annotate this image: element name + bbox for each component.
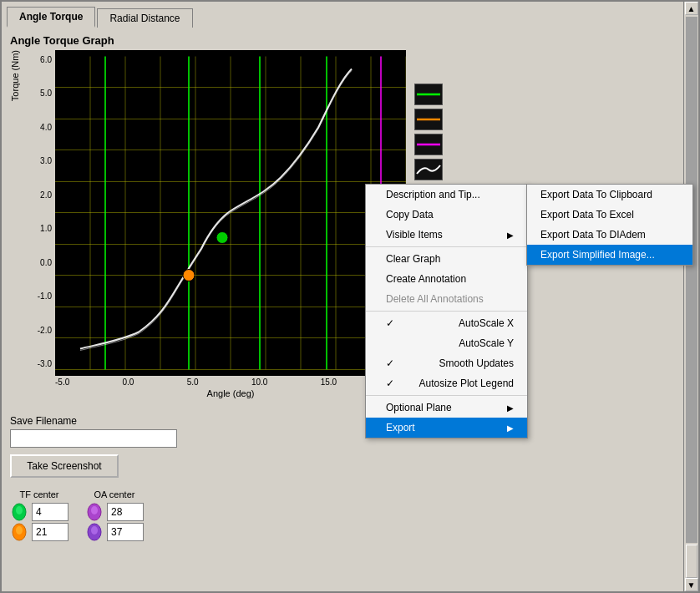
y-axis-ticks: 6.0 5.0 4.0 3.0 2.0 1.0 0.0 -1.0 -2.0 -3… [25,55,55,368]
tf-data-item-2 [10,523,68,541]
svg-point-34 [16,526,23,535]
oa-center-label: OA center [94,489,135,499]
tab-angle-torque[interactable]: Angle Torque [7,7,95,28]
scrollbar[interactable]: ▲ ▼ [683,2,698,591]
legend-magenta [414,134,443,155]
x-axis-ticks: -5.0 0.0 5.0 10.0 15.0 20.0 [55,376,406,387]
menu-item-clear-graph-label: Clear Graph [386,253,440,265]
legend-green [414,84,443,105]
menu-item-delete-annotations-label: Delete All Annotations [386,293,484,305]
graph-area[interactable] [55,50,406,376]
menu-item-autosize-legend[interactable]: ✓ Autosize Plot Legend [366,373,527,393]
menu-item-copy-data-label: Copy Data [386,209,434,220]
oa-val2-input[interactable] [107,523,144,541]
export-arrow-icon: ▶ [507,423,514,433]
tf-center-column: TF center [10,489,68,541]
svg-point-26 [183,270,195,281]
legend-white [414,159,443,180]
scroll-down-btn[interactable]: ▼ [685,578,698,591]
tab-radial-distance[interactable]: Radial Distance [97,8,192,28]
tf-data-item-1 [10,503,68,521]
submenu-item-clipboard-label: Export Data To Clipboard [540,189,652,200]
menu-item-create-annotation[interactable]: Create Annotation [366,269,527,289]
tf-val1-input[interactable] [32,503,68,521]
menu-item-optional-plane-label: Optional Plane [386,402,452,413]
submenu-item-excel-label: Export Data To Excel [540,209,634,220]
take-screenshot-button[interactable]: Take Screenshot [10,454,119,478]
save-filename-label: Save Filename [10,415,690,427]
menu-item-autoscale-x-label: AutoScale X [459,317,514,329]
menu-item-export[interactable]: Export ▶ [366,418,527,438]
purple-gem2-icon [85,523,104,541]
smooth-updates-check-icon: ✓ [386,357,398,369]
green-gem-icon [10,503,28,521]
orange-gem-icon [10,523,28,541]
menu-item-visible-items[interactable]: Visible Items ▶ [366,225,527,245]
menu-item-visible-items-label: Visible Items [386,229,443,241]
filename-input[interactable] [10,429,177,448]
tf-val2-input[interactable] [32,523,68,541]
main-window: Angle Torque Radial Distance Angle Torqu… [0,0,700,593]
graph-canvas [55,50,406,376]
submenu-item-diadem[interactable]: Export Data To DIAdem [527,225,692,245]
menu-item-copy-data[interactable]: Copy Data [366,205,527,225]
menu-item-smooth-updates-label: Smooth Updates [439,357,514,369]
menu-item-autoscale-x[interactable]: ✓ AutoScale X [366,313,527,333]
menu-item-delete-annotations: Delete All Annotations [366,289,527,309]
oa-val1-input[interactable] [107,503,144,521]
submenu-item-simplified-image-label: Export Simplified Image... [540,249,655,261]
menu-item-autosize-legend-label: Autosize Plot Legend [419,378,514,389]
graph-title: Angle Torque Graph [10,34,690,47]
tab-bar: Angle Torque Radial Distance [2,2,698,28]
menu-item-autoscale-y-label: AutoScale Y [459,337,514,349]
svg-point-38 [91,526,98,535]
x-axis-label: Angle (deg) [55,388,406,398]
autoscale-x-check-icon: ✓ [386,317,398,329]
legend-orange [414,109,443,130]
menu-item-description[interactable]: Description and Tip... [366,185,527,205]
data-row: TF center OA cen [10,489,690,541]
oa-center-column: OA center [85,489,144,541]
bottom-section: Save Filename Take Screenshot TF center [2,407,698,550]
tf-center-label: TF center [19,489,58,499]
menu-item-create-annotation-label: Create Annotation [386,273,466,285]
scroll-track [686,17,697,543]
submenu-item-clipboard[interactable]: Export Data To Clipboard [527,185,692,205]
graph-wrapper: 6.0 5.0 4.0 3.0 2.0 1.0 0.0 -1.0 -2.0 -3… [25,50,406,376]
submenu-item-simplified-image[interactable]: Export Simplified Image... [527,245,692,265]
context-menu: Description and Tip... Copy Data Visible… [365,184,528,438]
oa-data-item-2 [85,523,144,541]
menu-item-export-label: Export [386,422,415,433]
scroll-up-btn[interactable]: ▲ [685,2,698,15]
menu-item-smooth-updates[interactable]: ✓ Smooth Updates [366,353,527,373]
submenu-item-diadem-label: Export Data To DIAdem [540,229,646,241]
svg-point-27 [216,232,228,244]
svg-point-32 [16,506,23,514]
menu-item-optional-plane[interactable]: Optional Plane ▶ [366,398,527,418]
legend-icons [414,84,443,180]
submenu-item-excel[interactable]: Export Data To Excel [527,205,692,225]
menu-item-autoscale-y[interactable]: AutoScale Y [366,333,527,353]
autosize-legend-check-icon: ✓ [386,378,398,389]
separator-1 [366,246,527,247]
scroll-thumb[interactable] [686,545,697,578]
svg-point-36 [91,506,98,514]
menu-item-clear-graph[interactable]: Clear Graph [366,249,527,269]
optional-plane-arrow-icon: ▶ [507,403,514,413]
purple-gem-icon [85,503,104,521]
separator-3 [366,395,527,396]
y-axis-label: Torque (Nm) [10,50,20,118]
export-submenu: Export Data To Clipboard Export Data To … [526,184,693,266]
oa-data-item-1 [85,503,144,521]
separator-2 [366,311,527,312]
menu-item-description-label: Description and Tip... [386,189,480,200]
visible-items-arrow-icon: ▶ [507,231,514,240]
